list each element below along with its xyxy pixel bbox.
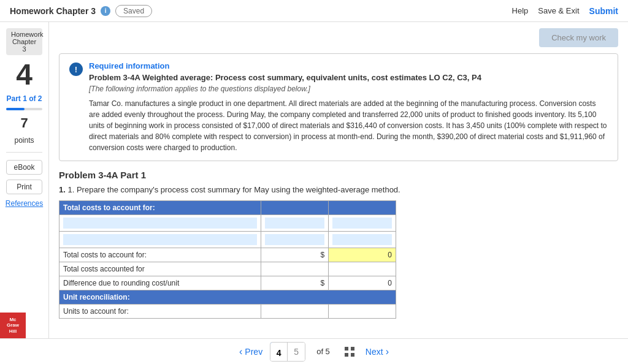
- top-bar: Homework Chapter 3 i Saved Help Save & E…: [0, 0, 628, 22]
- difference-label: Difference due to rounding cost/unit: [59, 276, 261, 290]
- progress-bar: [6, 108, 25, 110]
- svg-rect-3: [351, 353, 354, 357]
- problem-subtitle: [The following information applies to th…: [89, 85, 608, 93]
- row1-col2-input[interactable]: [332, 218, 392, 229]
- main-layout: Homework Chapter 3 4 Part 1 of 2 7 point…: [0, 22, 628, 338]
- page-input-group: [270, 342, 305, 362]
- current-page-input[interactable]: [270, 343, 288, 361]
- row2-label-input[interactable]: [63, 234, 257, 245]
- sidebar: Homework Chapter 3 4 Part 1 of 2 7 point…: [0, 22, 49, 338]
- unit-reconciliation-label: Unit reconciliation:: [59, 290, 396, 305]
- page-title: Homework Chapter 3: [10, 6, 96, 16]
- next-arrow-icon: ›: [386, 346, 389, 357]
- question-text: 1. 1. Prepare the company's process cost…: [59, 185, 618, 194]
- table-cell-col2: [329, 232, 396, 248]
- required-info-box: ! Required information Problem 3-4A Weig…: [59, 53, 618, 161]
- logo-line1: Mc: [9, 317, 16, 323]
- sidebar-divider: [6, 152, 42, 153]
- required-info-header: ! Required information Problem 3-4A Weig…: [69, 61, 608, 153]
- logo-line3: Hill: [9, 328, 17, 335]
- info-icon[interactable]: i: [101, 6, 110, 16]
- table-row: [59, 215, 396, 232]
- table-cell-col2: [329, 215, 396, 232]
- prev-label: Prev: [245, 347, 262, 357]
- total-costs-label: Total costs to account for:: [59, 248, 261, 262]
- submit-button[interactable]: Submit: [589, 6, 618, 16]
- exclamation-icon: !: [69, 63, 83, 76]
- svg-rect-1: [351, 347, 354, 351]
- saved-badge: Saved: [115, 5, 152, 17]
- accounted-col2: [329, 262, 396, 276]
- difference-dollar: $: [261, 276, 329, 290]
- prev-button[interactable]: ‹ Prev: [239, 346, 262, 357]
- prev-arrow-icon: ‹: [239, 346, 242, 357]
- content-area: Check my work ! Required information Pro…: [49, 22, 628, 338]
- references-link[interactable]: References: [6, 199, 43, 208]
- table-row-units: Units to account for:: [59, 305, 396, 319]
- question-number: 1.: [59, 185, 66, 194]
- table-cell-col1: [261, 215, 329, 232]
- cost-table: Total costs to account for:: [59, 200, 396, 319]
- accounted-col1: [261, 262, 329, 276]
- problem-number: 4: [16, 60, 33, 89]
- table-row-accounted: Total costs accounted for: [59, 262, 396, 276]
- row2-col1-input[interactable]: [265, 234, 324, 245]
- units-col2: [329, 305, 396, 319]
- ebook-button[interactable]: eBook: [6, 160, 42, 175]
- required-info-content: Required information Problem 3-4A Weight…: [89, 61, 608, 153]
- next-page-input[interactable]: [288, 343, 305, 361]
- row1-col1-input[interactable]: [265, 218, 324, 229]
- top-bar-left: Homework Chapter 3 i Saved: [10, 5, 152, 17]
- next-button[interactable]: Next ›: [366, 346, 389, 357]
- table-cell-label: [59, 232, 261, 248]
- print-button[interactable]: Print: [6, 180, 42, 194]
- row1-label-input[interactable]: [63, 218, 257, 229]
- save-exit-button[interactable]: Save & Exit: [538, 6, 579, 15]
- table-row-total-costs: Total costs to account for: $ 0: [59, 248, 396, 262]
- part-label: Part 1 of 2: [6, 94, 42, 103]
- logo-line2: Graw: [7, 322, 19, 328]
- table-row: [59, 232, 396, 248]
- bottom-nav: ‹ Prev of 5 Next ›: [0, 338, 628, 364]
- svg-rect-0: [345, 347, 348, 351]
- units-label: Units to account for:: [59, 305, 261, 319]
- difference-value: 0: [329, 276, 396, 290]
- header-cell-label: Total costs to account for:: [59, 201, 261, 215]
- check-work-button[interactable]: Check my work: [539, 28, 618, 47]
- required-label: Required information: [89, 61, 608, 70]
- points-label: points: [14, 136, 34, 145]
- mcgraw-hill-logo: Mc Graw Hill: [0, 313, 26, 338]
- next-label: Next: [366, 347, 383, 357]
- units-col1: [261, 305, 329, 319]
- header-cell-col2: [329, 201, 396, 215]
- svg-rect-2: [345, 353, 348, 357]
- total-costs-dollar: $: [261, 248, 329, 262]
- top-bar-right: Help Save & Exit Submit: [512, 6, 618, 16]
- grid-icon[interactable]: [341, 343, 358, 360]
- accounted-label: Total costs accounted for: [59, 262, 261, 276]
- points-number: 7: [20, 115, 28, 131]
- header-cell-col1: [261, 201, 329, 215]
- help-link[interactable]: Help: [512, 6, 529, 15]
- question-body: 1. Prepare the company's process cost su…: [67, 185, 400, 194]
- progress-bar-container: [6, 108, 42, 110]
- check-work-bar: Check my work: [59, 28, 618, 47]
- problem-text: Tamar Co. manufactures a single product …: [89, 98, 608, 153]
- table-cell-label: [59, 215, 261, 232]
- table-row-difference: Difference due to rounding cost/unit $ 0: [59, 276, 396, 290]
- unit-reconciliation-header: Unit reconciliation:: [59, 290, 396, 305]
- problem-badge: Homework Chapter 3: [6, 28, 42, 55]
- current-page-wrapper: [270, 343, 288, 361]
- row2-col2-input[interactable]: [332, 234, 392, 245]
- problem-section-title: Problem 3-4A Part 1: [59, 170, 618, 180]
- total-costs-value[interactable]: 0: [329, 248, 396, 262]
- of-label: of 5: [316, 347, 330, 356]
- problem-title: Problem 3-4A Weighted average: Process c…: [89, 73, 608, 82]
- table-cell-col1: [261, 232, 329, 248]
- table-header-row: Total costs to account for:: [59, 201, 396, 215]
